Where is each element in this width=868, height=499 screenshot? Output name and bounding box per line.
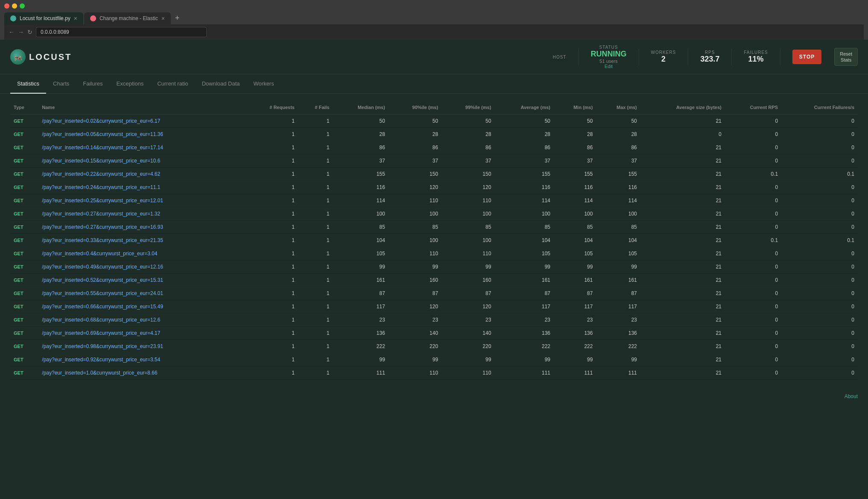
- status-sub: 51 users: [591, 59, 627, 64]
- tab-charts[interactable]: Charts: [46, 74, 76, 94]
- status-label: STATUS: [591, 45, 627, 50]
- tab-label-elastic: Change machine - Elastic: [100, 15, 158, 21]
- cell-p90: 100: [388, 207, 441, 221]
- reload-button[interactable]: ↻: [27, 29, 32, 35]
- table-row: GET /pay?eur_inserted=0.4&currywurst_pri…: [10, 247, 858, 260]
- cell-name: /pay?eur_inserted=0.52&currywurst_price_…: [38, 274, 246, 287]
- cell-name: /pay?eur_inserted=0.68&currywurst_price_…: [38, 313, 246, 327]
- cell-max: 111: [596, 366, 640, 380]
- cell-min: 37: [554, 154, 596, 168]
- cell-fails: 1: [298, 327, 333, 340]
- col-name: Name: [38, 100, 246, 115]
- cell-name: /pay?eur_inserted=0.92&currywurst_price_…: [38, 353, 246, 366]
- cell-average: 136: [495, 327, 554, 340]
- tab-failures[interactable]: Failures: [76, 74, 109, 94]
- reset-stats-button[interactable]: ResetStats: [834, 48, 858, 66]
- address-bar[interactable]: [36, 27, 207, 37]
- cell-name: /pay?eur_inserted=0.49&currywurst_price_…: [38, 260, 246, 274]
- cell-p90: 23: [388, 313, 441, 327]
- maximize-window-button[interactable]: [20, 3, 25, 9]
- cell-average: 155: [495, 168, 554, 181]
- cell-current-rps: 0: [725, 274, 781, 287]
- tab-exceptions[interactable]: Exceptions: [110, 74, 151, 94]
- cell-median: 86: [333, 141, 388, 154]
- new-tab-button[interactable]: +: [172, 12, 183, 24]
- rps-label: RPS: [700, 50, 719, 55]
- tab-current-ratio[interactable]: Current ratio: [150, 74, 195, 94]
- cell-median: 104: [333, 234, 388, 247]
- tab-statistics[interactable]: Statistics: [10, 74, 46, 94]
- cell-p99: 100: [442, 207, 495, 221]
- cell-current-rps: 0.1: [725, 168, 781, 181]
- cell-current-failures: 0: [781, 115, 858, 128]
- stop-button[interactable]: STOP: [792, 50, 821, 64]
- minimize-window-button[interactable]: [12, 3, 17, 9]
- cell-fails: 1: [298, 287, 333, 300]
- cell-average: 37: [495, 154, 554, 168]
- back-button[interactable]: ←: [9, 29, 15, 35]
- cell-p99: 110: [442, 366, 495, 380]
- cell-min: 155: [554, 168, 596, 181]
- cell-fails: 1: [298, 207, 333, 221]
- cell-p99: 86: [442, 141, 495, 154]
- tab-favicon-elastic: [90, 15, 96, 21]
- cell-median: 100: [333, 207, 388, 221]
- cell-max: 99: [596, 353, 640, 366]
- cell-avg-size: 0: [640, 128, 725, 141]
- cell-requests: 1: [246, 141, 298, 154]
- tab-close-elastic[interactable]: ×: [161, 15, 165, 22]
- cell-p90: 150: [388, 168, 441, 181]
- cell-type: GET: [10, 207, 38, 221]
- divider-1: [578, 48, 579, 65]
- browser-chrome: Locust for locustfile.py × Change machin…: [0, 0, 868, 40]
- cell-p90: 28: [388, 128, 441, 141]
- cell-avg-size: 21: [640, 327, 725, 340]
- cell-p99: 23: [442, 313, 495, 327]
- cell-name: /pay?eur_inserted=0.69&currywurst_price_…: [38, 327, 246, 340]
- cell-current-failures: 0: [781, 366, 858, 380]
- stat-workers: WORKERS 2: [651, 50, 676, 64]
- cell-fails: 1: [298, 181, 333, 194]
- cell-requests: 1: [246, 128, 298, 141]
- cell-name: /pay?eur_inserted=0.55&currywurst_price_…: [38, 287, 246, 300]
- tab-close-locust[interactable]: ×: [74, 15, 77, 22]
- edit-link[interactable]: Edit: [591, 64, 627, 69]
- browser-tabs: Locust for locustfile.py × Change machin…: [4, 12, 864, 24]
- cell-current-failures: 0: [781, 194, 858, 207]
- cell-name: /pay?eur_inserted=0.4&currywurst_price_e…: [38, 247, 246, 260]
- cell-fails: 1: [298, 300, 333, 313]
- cell-requests: 1: [246, 274, 298, 287]
- cell-name: /pay?eur_inserted=0.24&currywurst_price_…: [38, 181, 246, 194]
- workers-value: 2: [651, 55, 676, 64]
- cell-p99: 110: [442, 194, 495, 207]
- cell-fails: 1: [298, 313, 333, 327]
- cell-requests: 1: [246, 340, 298, 353]
- cell-avg-size: 21: [640, 141, 725, 154]
- cell-type: GET: [10, 287, 38, 300]
- divider-2: [639, 48, 639, 65]
- cell-p90: 220: [388, 340, 441, 353]
- browser-tab-locust[interactable]: Locust for locustfile.py ×: [4, 12, 83, 24]
- cell-requests: 1: [246, 300, 298, 313]
- tab-workers[interactable]: Workers: [246, 74, 281, 94]
- about-link[interactable]: About: [845, 393, 858, 399]
- cell-current-rps: 0: [725, 141, 781, 154]
- table-row: GET /pay?eur_inserted=0.52&currywurst_pr…: [10, 274, 858, 287]
- tab-download-data[interactable]: Download Data: [195, 74, 246, 94]
- browser-tab-elastic[interactable]: Change machine - Elastic ×: [84, 12, 171, 24]
- cell-max: 28: [596, 128, 640, 141]
- cell-average: 99: [495, 353, 554, 366]
- close-window-button[interactable]: [4, 3, 9, 9]
- cell-p99: 110: [442, 247, 495, 260]
- col-average: Average (ms): [495, 100, 554, 115]
- status-value: RUNNING: [591, 50, 627, 59]
- cell-current-rps: 0: [725, 221, 781, 234]
- cell-current-failures: 0: [781, 141, 858, 154]
- cell-name: /pay?eur_inserted=0.33&currywurst_price_…: [38, 234, 246, 247]
- cell-requests: 1: [246, 247, 298, 260]
- table-row: GET /pay?eur_inserted=0.92&currywurst_pr…: [10, 353, 858, 366]
- cell-current-rps: 0: [725, 300, 781, 313]
- cell-max: 117: [596, 300, 640, 313]
- forward-button[interactable]: →: [18, 29, 24, 35]
- logo-icon: 🦗: [10, 49, 26, 65]
